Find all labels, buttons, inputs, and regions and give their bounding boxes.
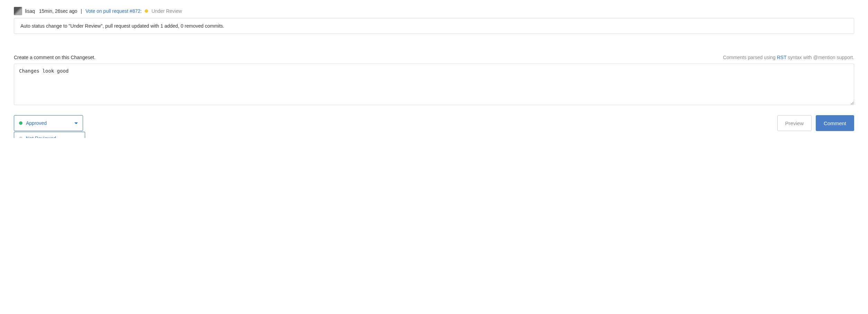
comment-header-hint: Comments parsed using RST syntax with @m… bbox=[723, 55, 854, 60]
button-group: Preview Comment bbox=[777, 115, 854, 131]
comment-header: Create a comment on this Changeset. Comm… bbox=[14, 55, 854, 60]
separator: | bbox=[81, 8, 82, 14]
grey-dot-icon bbox=[19, 137, 22, 138]
preview-button[interactable]: Preview bbox=[777, 115, 812, 131]
status-dropdown[interactable]: Approved Not ReviewedApprovedRejectedUnd… bbox=[14, 115, 83, 131]
check-dot-icon bbox=[19, 121, 22, 125]
comment-button[interactable]: Comment bbox=[816, 115, 854, 131]
hint-suffix: syntax with @mention support. bbox=[786, 55, 854, 60]
action-row: Approved Not ReviewedApprovedRejectedUnd… bbox=[14, 115, 854, 131]
timestamp: 15min, 26sec ago bbox=[39, 8, 78, 14]
activity-row: lisaq 15min, 26sec ago | Vote on pull re… bbox=[14, 7, 854, 15]
dropdown-selected-label: Approved bbox=[26, 120, 47, 126]
status-dropdown-menu: Not ReviewedApprovedRejectedUnder Review bbox=[14, 132, 85, 138]
hint-prefix: Comments parsed using bbox=[723, 55, 777, 60]
activity-message: Auto status change to "Under Review", pu… bbox=[14, 18, 854, 34]
status-dropdown-button[interactable]: Approved bbox=[14, 115, 83, 131]
status-dot-icon bbox=[145, 9, 148, 13]
avatar bbox=[14, 7, 22, 15]
dropdown-option-label: Not Reviewed bbox=[26, 136, 56, 138]
rst-link[interactable]: RST bbox=[777, 55, 787, 60]
dropdown-option[interactable]: Not Reviewed bbox=[14, 132, 85, 138]
vote-link[interactable]: Vote on pull request #872: bbox=[85, 8, 142, 14]
comment-input[interactable] bbox=[14, 64, 854, 105]
status-label: Under Review bbox=[152, 8, 182, 14]
comment-header-title: Create a comment on this Changeset. bbox=[14, 55, 96, 60]
chevron-down-icon bbox=[74, 122, 78, 124]
username: lisaq bbox=[25, 8, 35, 14]
